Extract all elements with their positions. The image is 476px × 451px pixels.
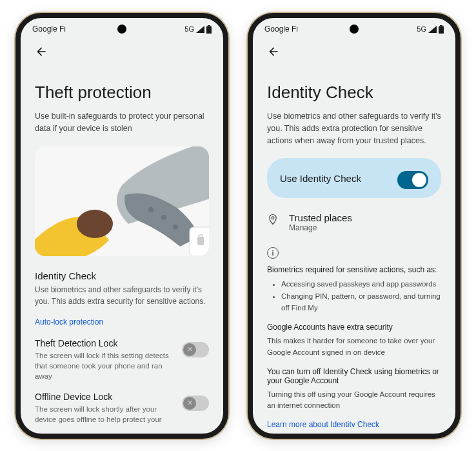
svg-point-3 bbox=[77, 210, 113, 238]
info-bullets: Accessing saved passkeys and app passwor… bbox=[267, 278, 441, 314]
svg-rect-10 bbox=[440, 25, 442, 26]
info-heading-turnoff: You can turn off Identity Check using bi… bbox=[267, 367, 441, 385]
offline-lock-row: Offline Device Lock The screen will lock… bbox=[35, 392, 209, 427]
svg-point-6 bbox=[173, 225, 178, 230]
phone-frame-right: Google Fi 5G Identity Check Use biometri… bbox=[248, 13, 461, 439]
info-bullet: Changing PIN, pattern, or password, and … bbox=[281, 290, 441, 314]
page-title: Identity Check bbox=[267, 83, 441, 103]
info-para-turnoff: Turning this off using your Google Accou… bbox=[267, 389, 441, 412]
location-pin-icon bbox=[267, 214, 280, 228]
svg-point-5 bbox=[161, 215, 166, 220]
learn-more-link[interactable]: Learn more about Identity Check bbox=[267, 420, 441, 427]
page-subtitle: Use built-in safeguards to protect your … bbox=[35, 110, 209, 135]
arrow-back-icon bbox=[267, 45, 280, 58]
info-bullet: Accessing saved passkeys and app passwor… bbox=[281, 278, 441, 290]
content-area: Theft protection Use built-in safeguards… bbox=[21, 63, 223, 427]
status-right: 5G bbox=[417, 25, 444, 34]
identity-check-desc: Use biometrics and other safeguards to v… bbox=[35, 284, 209, 307]
signal-icon bbox=[196, 26, 204, 33]
info-para-accounts: This makes it harder for someone to take… bbox=[267, 336, 441, 358]
auto-lock-link[interactable]: Auto-lock protection bbox=[35, 317, 209, 326]
use-identity-check-toggle[interactable] bbox=[397, 171, 428, 189]
network-label: 5G bbox=[417, 25, 426, 33]
offline-lock-title: Offline Device Lock bbox=[35, 392, 174, 402]
nav-bar bbox=[253, 36, 455, 63]
theft-detection-toggle[interactable]: ✕ bbox=[182, 342, 209, 357]
carrier-label: Google Fi bbox=[264, 25, 417, 34]
svg-point-4 bbox=[148, 207, 154, 212]
theft-detection-row: Theft Detection Lock The screen will loc… bbox=[35, 338, 209, 381]
svg-rect-1 bbox=[206, 26, 212, 34]
page-subtitle: Use biometrics and other safeguards to v… bbox=[267, 110, 441, 146]
info-icon: i bbox=[267, 247, 279, 259]
front-camera bbox=[117, 25, 126, 34]
identity-check-title: Identity Check bbox=[35, 270, 209, 281]
offline-lock-desc: The screen will lock shortly after your … bbox=[35, 404, 174, 427]
trusted-places-row[interactable]: Trusted places Manage bbox=[267, 212, 441, 232]
info-heading-biometrics: Biometrics required for sensitive action… bbox=[267, 265, 441, 274]
svg-rect-11 bbox=[439, 26, 444, 34]
back-button[interactable] bbox=[32, 43, 50, 61]
battery-icon bbox=[206, 25, 212, 34]
theft-detection-title: Theft Detection Lock bbox=[35, 338, 174, 348]
network-label: 5G bbox=[184, 25, 194, 33]
carrier-label: Google Fi bbox=[32, 25, 184, 34]
nav-bar bbox=[21, 36, 223, 63]
offline-lock-toggle[interactable]: ✕ bbox=[182, 396, 209, 411]
svg-rect-0 bbox=[208, 25, 210, 26]
use-identity-check-label: Use Identity Check bbox=[280, 173, 361, 184]
content-area: Identity Check Use biometrics and other … bbox=[253, 63, 455, 427]
back-button[interactable] bbox=[264, 43, 283, 61]
close-icon: ✕ bbox=[187, 346, 193, 353]
status-bar: Google Fi 5G bbox=[21, 18, 223, 36]
info-heading-accounts: Google Accounts have extra security bbox=[267, 323, 441, 332]
status-bar: Google Fi 5G bbox=[253, 18, 455, 36]
status-right: 5G bbox=[184, 25, 212, 34]
page-title: Theft protection bbox=[35, 83, 209, 103]
signal-icon bbox=[428, 26, 437, 33]
arrow-back-icon bbox=[35, 45, 48, 58]
use-identity-check-card: Use Identity Check bbox=[267, 158, 441, 198]
front-camera bbox=[350, 25, 359, 34]
theft-detection-desc: The screen will lock if this setting det… bbox=[35, 350, 174, 381]
identity-check-section[interactable]: Identity Check Use biometrics and other … bbox=[35, 270, 209, 307]
trusted-places-sub: Manage bbox=[289, 223, 441, 232]
trusted-places-title: Trusted places bbox=[289, 212, 441, 223]
battery-icon bbox=[439, 25, 444, 34]
phone-frame-left: Google Fi 5G Theft protection Use built-… bbox=[15, 13, 228, 439]
theft-illustration bbox=[35, 146, 209, 256]
close-icon: ✕ bbox=[187, 399, 193, 406]
